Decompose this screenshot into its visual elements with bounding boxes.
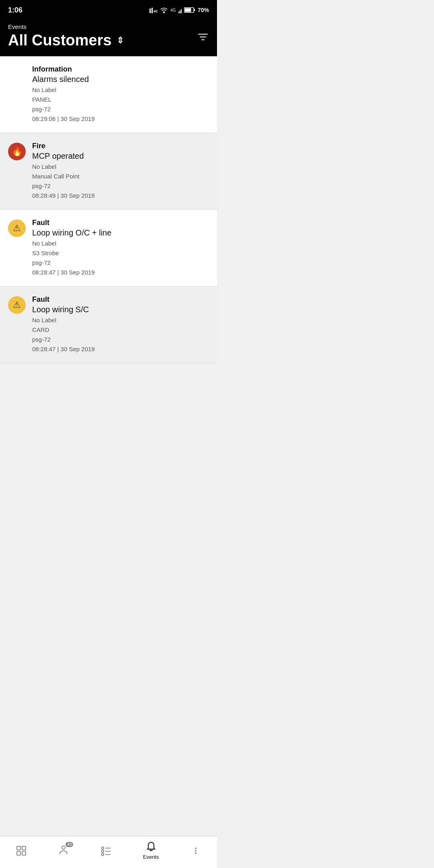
svg-rect-1 (151, 8, 153, 13)
event-card[interactable]: Information Alarms silenced No Label PAN… (0, 56, 217, 133)
4g-signal-icon: 4G (170, 7, 182, 13)
svg-rect-6 (180, 10, 180, 13)
event-type: Fault (32, 219, 209, 227)
battery-percent: 70% (198, 7, 209, 13)
event-content-1: Information Alarms silenced No Label PAN… (32, 65, 209, 124)
event-content-4: Fault Loop wiring S/C No Label CARD psg-… (32, 295, 209, 354)
warning-icon: ⚠ (8, 296, 26, 314)
event-type: Information (32, 65, 209, 74)
event-description: Alarms silenced (32, 75, 209, 84)
event-icon-fault-2: ⚠ (8, 296, 26, 314)
battery-icon (184, 7, 195, 13)
svg-rect-0 (149, 8, 151, 13)
event-meta: No Label Manual Call Point psg-72 08:28:… (32, 162, 209, 201)
event-icon-information (8, 66, 26, 84)
event-type: Fire (32, 142, 209, 150)
event-icon-fire: 🔥 (8, 143, 26, 160)
header-left: Events All Customers ⇕ (8, 23, 124, 49)
filter-icon[interactable] (197, 32, 209, 47)
status-icons: 4G 4G 70% (149, 7, 209, 13)
event-content-3: Fault Loop wiring O/C + line No Label S3… (32, 219, 209, 277)
event-meta: No Label PANEL psg-72 08:29:06 | 30 Sep … (32, 85, 209, 124)
event-meta: No Label S3 Strobe psg-72 08:28:47 | 30 … (32, 239, 209, 277)
svg-rect-10 (184, 8, 191, 12)
event-card[interactable]: ⚠ Fault Loop wiring S/C No Label CARD ps… (0, 287, 217, 363)
event-card[interactable]: ⚠ Fault Loop wiring O/C + line No Label … (0, 210, 217, 287)
header-subtitle: Events (8, 23, 124, 30)
header-title-text: All Customers (8, 32, 112, 49)
content-wrapper: Information Alarms silenced No Label PAN… (0, 56, 217, 395)
event-type: Fault (32, 295, 209, 304)
event-content-2: Fire MCP operated No Label Manual Call P… (32, 142, 209, 201)
event-description: Loop wiring O/C + line (32, 228, 209, 237)
header: Events All Customers ⇕ (0, 19, 217, 56)
events-list: Information Alarms silenced No Label PAN… (0, 56, 217, 363)
event-description: MCP operated (32, 151, 209, 161)
event-meta: No Label CARD psg-72 08:28:47 | 30 Sep 2… (32, 315, 209, 354)
event-description: Loop wiring S/C (32, 305, 209, 314)
wifi-icon (160, 7, 168, 13)
chevron-icon[interactable]: ⇕ (117, 35, 124, 46)
svg-point-3 (164, 12, 164, 13)
svg-text:4G: 4G (170, 8, 176, 12)
svg-rect-7 (181, 9, 182, 13)
svg-rect-9 (194, 9, 195, 11)
fire-icon: 🔥 (8, 143, 26, 160)
status-bar: 1:06 4G 4G 70% (0, 0, 217, 19)
phone-4g-icon: 4G (149, 7, 158, 13)
header-title[interactable]: All Customers ⇕ (8, 32, 124, 49)
warning-icon: ⚠ (8, 219, 26, 237)
status-time: 1:06 (8, 6, 23, 14)
svg-rect-5 (178, 12, 179, 13)
svg-text:4G: 4G (154, 9, 158, 13)
event-icon-fault-1: ⚠ (8, 219, 26, 237)
event-card[interactable]: 🔥 Fire MCP operated No Label Manual Call… (0, 133, 217, 210)
